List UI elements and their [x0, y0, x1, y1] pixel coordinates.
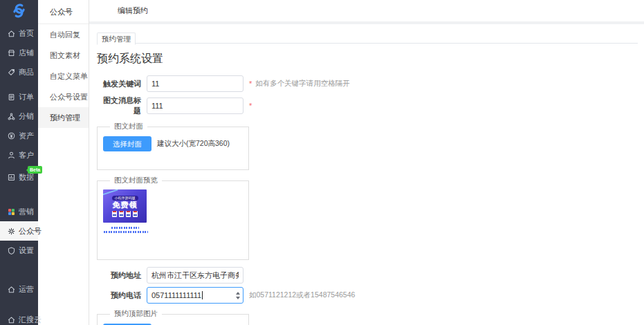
sub-sidebar: 公众号 自动回复图文素材自定义菜单公众号设置预约管理 [38, 0, 89, 325]
content-card: 预约管理 预约系统设置 触发关键词 * 如有多个关键字请用空格隔开 图文消息标题… [89, 24, 644, 325]
banner-chip [126, 211, 131, 217]
text-caret [202, 291, 203, 299]
sidebar-item-goods[interactable]: 商品 [0, 62, 38, 82]
shield-icon [7, 246, 16, 255]
phone-hint: 如0571121212或者15487546546 [249, 290, 355, 300]
sidebar-item-shop[interactable]: 店铺 [0, 43, 38, 62]
sidebar-item-label: 运营 [19, 284, 34, 295]
banner-ribbon-text: 小程序源码版 [112, 196, 138, 201]
sidebar-item-share[interactable]: 分销 [0, 106, 38, 126]
phone-input[interactable]: 0571111111111 [147, 287, 243, 304]
keyword-required-star: * [249, 80, 252, 88]
customer-icon [7, 151, 16, 160]
title-label: 图文消息标题 [97, 95, 147, 116]
banner-chip [119, 211, 124, 217]
title-required-star: * [249, 102, 252, 110]
home-icon [7, 29, 16, 38]
sidebar-item-operate[interactable]: 运营 [0, 279, 38, 299]
form-row-phone: 预约电话 0571111111111 如0571121212或者15487546… [97, 287, 644, 304]
keyword-input[interactable] [147, 75, 243, 92]
spinner-up-button[interactable] [236, 292, 240, 295]
form-row-address: 预约地址 [97, 267, 644, 284]
sidebar-item-label: 公众号 [19, 226, 42, 236]
submenu-item[interactable]: 自动回复 [38, 24, 89, 45]
sidebar-item-label: 设置 [19, 245, 34, 256]
cover-preview-fieldset: 图文封面预览 小程序源码版 免费领 [97, 176, 249, 260]
goods-icon [7, 68, 16, 77]
logo-icon [10, 2, 28, 22]
submenu-header: 公众号 [38, 0, 89, 24]
sidebar-item-label: 分销 [19, 111, 34, 122]
submenu-item[interactable]: 公众号设置 [38, 86, 89, 107]
banner-caption-line [111, 227, 139, 229]
title-input[interactable] [147, 98, 243, 114]
submenu-item[interactable]: 自定义菜单 [38, 66, 89, 86]
phone-label: 预约电话 [97, 290, 147, 301]
number-spinner [236, 288, 240, 303]
spinner-down-button[interactable] [236, 297, 240, 299]
gear-icon [7, 227, 16, 236]
cover-fieldset: 图文封面 选择封面 建议大小(宽720高360) [97, 122, 249, 170]
cover-legend: 图文封面 [110, 122, 147, 131]
address-input[interactable] [147, 267, 243, 284]
preview-spacer [103, 233, 243, 250]
keyword-hint: 如有多个关键字请用空格隔开 [255, 79, 350, 89]
sidebar-item-label: 汇搜云 [19, 315, 42, 325]
order-icon [7, 93, 16, 102]
main-area: 编辑预约 预约管理 预约系统设置 触发关键词 * 如有多个关键字请用空格隔开 图… [89, 0, 644, 325]
sidebar-item-label: 商品 [19, 67, 34, 77]
submenu-item[interactable]: 图文素材 [38, 45, 89, 66]
sidebar-item-label: 首页 [19, 28, 34, 39]
app-logo[interactable] [0, 0, 38, 24]
submenu-nav: 自动回复图文素材自定义菜单公众号设置预约管理 [38, 24, 89, 128]
top-image-legend: 预约顶部图片 [110, 309, 162, 319]
submenu-item[interactable]: 预约管理 [38, 107, 89, 128]
banner-main-text: 免费领 [113, 201, 138, 210]
cover-size-hint: 建议大小(宽720高360) [157, 139, 230, 149]
cover-row: 选择封面 建议大小(宽720高360) [103, 136, 243, 151]
form-row-title: 图文消息标题 * [97, 95, 644, 116]
sidebar-item-label: 订单 [19, 92, 34, 102]
phone-value: 0571111111111 [151, 291, 201, 299]
page-title: 预约系统设置 [97, 52, 644, 66]
sidebar-item-home[interactable]: 首页 [0, 24, 38, 43]
sidebar-item-marketing[interactable]: 营销 [0, 202, 38, 221]
banner-chip [112, 211, 117, 217]
sidebar-item-label: 资产 [19, 131, 34, 141]
form-row-keyword: 触发关键词 * 如有多个关键字请用空格隔开 [97, 75, 644, 92]
share-icon [7, 112, 16, 121]
cloud-icon [7, 315, 16, 324]
operate-icon [7, 285, 16, 294]
sidebar-item-label: 店铺 [19, 48, 34, 58]
sidebar-item-order[interactable]: 订单 [0, 87, 38, 106]
address-label: 预约地址 [97, 270, 147, 281]
sidebar-item-customer[interactable]: 客户 [0, 145, 38, 165]
shop-icon [7, 48, 16, 57]
sidebar-item-gear[interactable]: 公众号 [0, 221, 38, 241]
sidebar-nav: 首页店铺商品订单分销资产客户数据Beta营销公众号设置运营汇搜云 [0, 24, 38, 325]
choose-cover-button[interactable]: 选择封面 [103, 136, 151, 151]
banner-chips [112, 211, 138, 217]
cover-preview-image: 小程序源码版 免费领 [103, 189, 147, 223]
sidebar-item-shield[interactable]: 设置 [0, 241, 38, 260]
sidebar-item-data[interactable]: 数据Beta [0, 167, 38, 187]
main-sidebar: 首页店铺商品订单分销资产客户数据Beta营销公众号设置运营汇搜云 [0, 0, 38, 325]
keyword-label: 触发关键词 [97, 79, 147, 89]
app-root: 首页店铺商品订单分销资产客户数据Beta营销公众号设置运营汇搜云 公众号 自动回… [0, 0, 644, 325]
top-image-fieldset: 预约顶部图片 选择封面 建议大小(宽720高360) [97, 309, 249, 325]
marketing-icon [7, 207, 16, 216]
topbar-title: 编辑预约 [118, 6, 148, 16]
sidebar-item-label: 营销 [19, 207, 34, 217]
tab-appointment-management[interactable]: 预约管理 [97, 32, 136, 45]
data-icon [7, 173, 16, 182]
sidebar-item-assets[interactable]: 资产 [0, 126, 38, 145]
sidebar-item-cloud[interactable]: 汇搜云 [0, 310, 38, 325]
sidebar-item-label: 客户 [19, 150, 34, 160]
topbar: 编辑预约 [89, 0, 644, 21]
assets-icon [7, 131, 16, 140]
cover-preview-legend: 图文封面预览 [110, 176, 162, 185]
tab-bar: 预约管理 [97, 31, 638, 44]
banner-chip [133, 211, 138, 217]
beta-badge: Beta [28, 166, 42, 174]
